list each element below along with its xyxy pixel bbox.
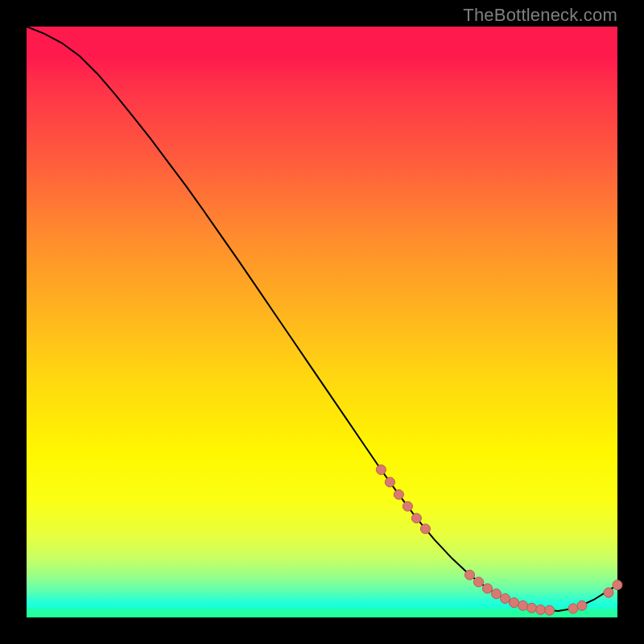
- curve-layer: [27, 27, 617, 617]
- curve-marker: [420, 524, 430, 534]
- curve-marker: [568, 604, 578, 613]
- curve-marker: [604, 588, 613, 597]
- curve-marker: [613, 580, 622, 590]
- curve-marker: [518, 601, 528, 610]
- curve-marker: [465, 570, 475, 580]
- curve-marker: [510, 598, 519, 608]
- bottleneck-curve: [27, 27, 617, 611]
- curve-marker: [376, 465, 386, 475]
- chart-stage: TheBottleneck.com: [0, 0, 644, 644]
- curve-markers: [376, 465, 622, 616]
- curve-marker: [483, 584, 493, 593]
- plot-area: [27, 27, 617, 617]
- curve-marker: [545, 605, 555, 615]
- curve-marker: [394, 489, 403, 499]
- curve-marker: [411, 514, 421, 523]
- curve-marker: [527, 603, 537, 613]
- curve-marker: [577, 601, 587, 610]
- curve-marker: [402, 502, 412, 511]
- brand-watermark: TheBottleneck.com: [463, 5, 617, 26]
- curve-marker: [474, 577, 484, 587]
- curve-marker: [501, 594, 510, 604]
- curve-marker: [492, 589, 502, 599]
- curve-marker: [385, 477, 394, 487]
- curve-marker: [536, 605, 546, 614]
